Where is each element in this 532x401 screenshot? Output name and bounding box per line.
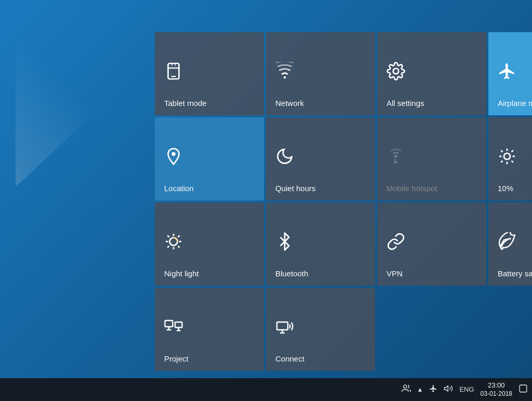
svg-line-13 [501, 161, 502, 162]
airplane-icon [498, 62, 532, 83]
tile-project[interactable]: Project [155, 288, 264, 371]
svg-rect-27 [175, 322, 182, 328]
svg-point-5 [394, 155, 397, 158]
tile-quiet-hours[interactable]: Quiet hours [266, 117, 375, 200]
language-text: ENG [459, 385, 474, 393]
tile-battery-saver[interactable]: Battery saver [488, 203, 532, 286]
clock-date: 03-01-2018 [481, 390, 512, 398]
tile-location-label: Location [164, 184, 255, 193]
tile-connect-label: Connect [275, 354, 366, 364]
svg-point-6 [504, 153, 510, 159]
tile-location[interactable]: Location [155, 117, 264, 200]
svg-line-14 [511, 150, 513, 152]
clock-time: 23:00 [488, 381, 505, 390]
tile-vpn-label: VPN [387, 269, 477, 278]
tile-network-label: Network [275, 99, 366, 108]
svg-line-18 [167, 235, 169, 237]
svg-point-2 [284, 76, 286, 79]
tile-vpn[interactable]: VPN [377, 203, 486, 286]
tile-airplane-mode[interactable]: Airplane mode [488, 32, 532, 115]
taskbar-volume-icon[interactable] [444, 384, 453, 395]
tile-all-settings-label: All settings [387, 99, 477, 108]
svg-rect-24 [165, 320, 173, 327]
tile-project-label: Project [164, 354, 255, 364]
taskbar-system-tray: ▲ ENG 23:00 03-01-2018 [402, 381, 528, 398]
svg-line-19 [178, 246, 179, 247]
taskbar-airplane-icon[interactable] [429, 384, 437, 395]
vpn-icon [387, 232, 477, 253]
project-icon [164, 317, 255, 339]
bluetooth-icon [275, 232, 366, 253]
connect-icon [275, 317, 366, 339]
tile-airplane-mode-label: Airplane mode [498, 99, 532, 108]
svg-line-23 [178, 235, 179, 237]
svg-point-33 [403, 385, 406, 388]
svg-marker-34 [445, 386, 448, 392]
tile-night-light-label: Night light [164, 269, 255, 278]
tile-battery-saver-label: Battery saver [498, 269, 532, 278]
tile-bluetooth-label: Bluetooth [275, 269, 366, 278]
settings-icon [387, 62, 477, 83]
location-icon [164, 147, 255, 168]
taskbar-chevron-icon[interactable]: ▲ [417, 386, 423, 393]
tablet-mode-icon [164, 62, 255, 83]
svg-line-9 [501, 150, 502, 152]
tile-tablet-mode[interactable]: Tablet mode [155, 32, 264, 115]
quick-actions-grid: Tablet mode Network All s [153, 30, 532, 373]
svg-rect-1 [171, 76, 176, 77]
taskbar-language-label[interactable]: ENG [459, 385, 474, 393]
tile-network[interactable]: Network [266, 32, 375, 115]
quiet-hours-icon [275, 147, 366, 168]
tile-empty-1 [377, 288, 486, 371]
tile-night-light[interactable]: Night light [155, 203, 264, 286]
tile-all-settings[interactable]: All settings [377, 32, 486, 115]
taskbar-clock[interactable]: 23:00 03-01-2018 [481, 381, 512, 398]
taskbar-notification-icon[interactable] [518, 384, 528, 395]
tile-bluetooth[interactable]: Bluetooth [266, 203, 375, 286]
tile-connect[interactable]: Connect [266, 288, 375, 371]
svg-rect-30 [277, 322, 288, 330]
tile-tablet-mode-label: Tablet mode [164, 99, 255, 108]
tile-mobile-hotspot-label: Mobile hotspot [387, 184, 477, 193]
battery-saver-icon [498, 232, 532, 253]
night-light-icon [164, 232, 255, 253]
tile-brightness-label: 10% [498, 184, 532, 193]
mobile-hotspot-icon [387, 147, 477, 168]
taskbar: ▲ ENG 23:00 03-01-2018 [0, 378, 532, 401]
svg-line-22 [167, 246, 169, 247]
tile-empty-2 [488, 288, 532, 371]
tile-quiet-hours-label: Quiet hours [275, 184, 366, 193]
network-icon [275, 62, 366, 83]
action-center: Tablet mode Network All s [80, 0, 532, 378]
svg-point-4 [171, 152, 176, 156]
tile-mobile-hotspot[interactable]: Mobile hotspot [377, 117, 486, 200]
tile-brightness[interactable]: 10% [488, 117, 532, 200]
svg-rect-35 [520, 385, 527, 392]
svg-line-10 [511, 161, 513, 162]
taskbar-people-icon[interactable] [402, 384, 411, 395]
brightness-icon [498, 147, 532, 168]
